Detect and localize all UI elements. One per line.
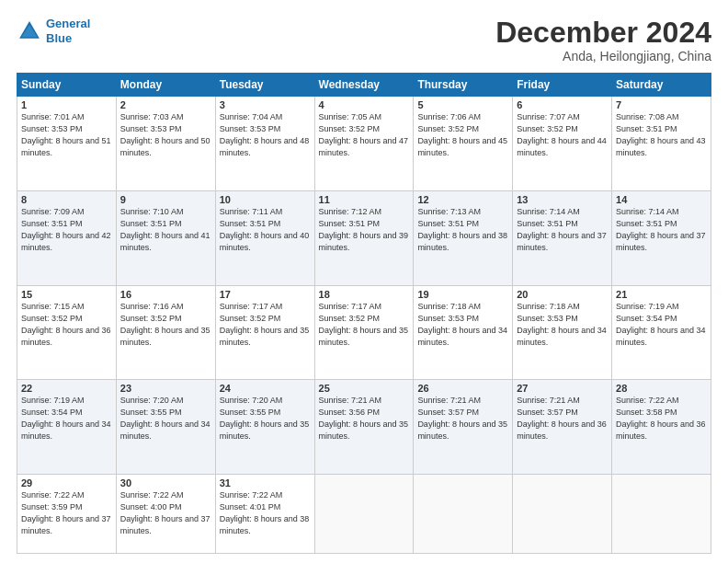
day-number: 19 xyxy=(417,289,508,300)
sunrise-label: Sunrise: 7:22 AM xyxy=(220,490,283,500)
col-monday: Monday xyxy=(116,74,215,97)
daylight-label: Daylight: 8 hours and 35 minutes. xyxy=(319,419,409,441)
day-info: Sunrise: 7:17 AM Sunset: 3:52 PM Dayligh… xyxy=(220,301,311,349)
day-number: 18 xyxy=(319,289,410,300)
sunset-label: Sunset: 3:51 PM xyxy=(616,124,677,133)
calendar-cell: 13 Sunrise: 7:14 AM Sunset: 3:51 PM Dayl… xyxy=(513,190,612,285)
day-info: Sunrise: 7:03 AM Sunset: 3:53 PM Dayligh… xyxy=(120,111,211,159)
day-number: 16 xyxy=(120,289,211,300)
calendar-cell: 31 Sunrise: 7:22 AM Sunset: 4:01 PM Dayl… xyxy=(215,474,314,553)
day-number: 30 xyxy=(120,477,211,488)
day-number: 2 xyxy=(120,99,211,110)
sunrise-label: Sunrise: 7:17 AM xyxy=(220,302,283,311)
day-info: Sunrise: 7:22 AM Sunset: 3:58 PM Dayligh… xyxy=(616,395,707,442)
day-number: 8 xyxy=(21,194,112,205)
daylight-label: Daylight: 8 hours and 34 minutes. xyxy=(517,326,607,347)
calendar-cell: 22 Sunrise: 7:19 AM Sunset: 3:54 PM Dayl… xyxy=(17,380,117,475)
calendar-cell: 4 Sunrise: 7:05 AM Sunset: 3:52 PM Dayli… xyxy=(314,97,414,191)
location: Anda, Heilongjiang, China xyxy=(495,49,711,63)
day-number: 4 xyxy=(319,99,410,110)
col-saturday: Saturday xyxy=(612,74,711,97)
day-number: 20 xyxy=(517,289,608,300)
daylight-label: Daylight: 8 hours and 44 minutes. xyxy=(517,136,607,157)
day-info: Sunrise: 7:21 AM Sunset: 3:56 PM Dayligh… xyxy=(319,395,410,442)
sunset-label: Sunset: 3:51 PM xyxy=(220,219,281,228)
day-info: Sunrise: 7:16 AM Sunset: 3:52 PM Dayligh… xyxy=(120,301,211,349)
daylight-label: Daylight: 8 hours and 51 minutes. xyxy=(21,136,111,157)
sunrise-label: Sunrise: 7:09 AM xyxy=(21,207,85,216)
sunrise-label: Sunrise: 7:21 AM xyxy=(517,396,580,405)
sunrise-label: Sunrise: 7:16 AM xyxy=(120,302,184,311)
calendar-cell: 20 Sunrise: 7:18 AM Sunset: 3:53 PM Dayl… xyxy=(513,285,612,380)
sunrise-label: Sunrise: 7:05 AM xyxy=(319,112,382,121)
sunset-label: Sunset: 3:51 PM xyxy=(120,219,182,228)
daylight-label: Daylight: 8 hours and 35 minutes. xyxy=(417,419,507,441)
col-thursday: Thursday xyxy=(414,74,513,97)
col-friday: Friday xyxy=(513,74,612,97)
col-sunday: Sunday xyxy=(17,74,117,97)
sunset-label: Sunset: 4:00 PM xyxy=(120,502,182,511)
sunset-label: Sunset: 3:51 PM xyxy=(517,219,578,228)
calendar-week-0: 1 Sunrise: 7:01 AM Sunset: 3:53 PM Dayli… xyxy=(17,97,711,191)
sunrise-label: Sunrise: 7:20 AM xyxy=(220,396,283,405)
sunrise-label: Sunrise: 7:19 AM xyxy=(616,302,679,311)
calendar-cell: 23 Sunrise: 7:20 AM Sunset: 3:55 PM Dayl… xyxy=(116,380,215,475)
calendar-cell: 19 Sunrise: 7:18 AM Sunset: 3:53 PM Dayl… xyxy=(414,285,513,380)
calendar-week-2: 15 Sunrise: 7:15 AM Sunset: 3:52 PM Dayl… xyxy=(17,285,711,380)
day-number: 6 xyxy=(517,99,608,110)
day-info: Sunrise: 7:20 AM Sunset: 3:55 PM Dayligh… xyxy=(220,395,311,442)
page: General Blue December 2024 Anda, Heilong… xyxy=(0,0,728,563)
sunset-label: Sunset: 3:53 PM xyxy=(220,124,281,133)
sunset-label: Sunset: 3:53 PM xyxy=(417,314,479,323)
calendar-cell: 1 Sunrise: 7:01 AM Sunset: 3:53 PM Dayli… xyxy=(17,97,117,191)
daylight-label: Daylight: 8 hours and 36 minutes. xyxy=(517,419,607,441)
day-number: 3 xyxy=(220,99,311,110)
day-number: 22 xyxy=(21,383,112,394)
calendar-cell: 6 Sunrise: 7:07 AM Sunset: 3:52 PM Dayli… xyxy=(513,97,612,191)
header: General Blue December 2024 Anda, Heilong… xyxy=(17,17,711,63)
sunrise-label: Sunrise: 7:19 AM xyxy=(21,396,85,405)
title-block: December 2024 Anda, Heilongjiang, China xyxy=(495,17,711,63)
day-number: 5 xyxy=(417,99,508,110)
sunrise-label: Sunrise: 7:21 AM xyxy=(319,396,382,405)
calendar-cell: 24 Sunrise: 7:20 AM Sunset: 3:55 PM Dayl… xyxy=(215,380,314,475)
sunrise-label: Sunrise: 7:06 AM xyxy=(417,112,481,121)
sunrise-label: Sunrise: 7:13 AM xyxy=(417,207,481,216)
day-info: Sunrise: 7:13 AM Sunset: 3:51 PM Dayligh… xyxy=(417,206,508,254)
day-info: Sunrise: 7:09 AM Sunset: 3:51 PM Dayligh… xyxy=(21,206,112,254)
day-number: 24 xyxy=(220,383,311,394)
daylight-label: Daylight: 8 hours and 35 minutes. xyxy=(220,419,310,441)
calendar-cell: 8 Sunrise: 7:09 AM Sunset: 3:51 PM Dayli… xyxy=(17,190,117,285)
sunset-label: Sunset: 3:58 PM xyxy=(616,408,677,417)
day-info: Sunrise: 7:12 AM Sunset: 3:51 PM Dayligh… xyxy=(319,206,410,254)
sunset-label: Sunset: 3:54 PM xyxy=(616,314,677,323)
sunset-label: Sunset: 4:01 PM xyxy=(220,502,281,511)
day-info: Sunrise: 7:17 AM Sunset: 3:52 PM Dayligh… xyxy=(319,301,410,349)
calendar-week-4: 29 Sunrise: 7:22 AM Sunset: 3:59 PM Dayl… xyxy=(17,474,711,553)
sunset-label: Sunset: 3:53 PM xyxy=(120,124,182,133)
day-info: Sunrise: 7:14 AM Sunset: 3:51 PM Dayligh… xyxy=(616,206,707,254)
calendar-cell: 28 Sunrise: 7:22 AM Sunset: 3:58 PM Dayl… xyxy=(612,380,711,475)
calendar-cell: 10 Sunrise: 7:11 AM Sunset: 3:51 PM Dayl… xyxy=(215,190,314,285)
month-title: December 2024 xyxy=(495,17,711,49)
calendar-cell: 14 Sunrise: 7:14 AM Sunset: 3:51 PM Dayl… xyxy=(612,190,711,285)
day-info: Sunrise: 7:19 AM Sunset: 3:54 PM Dayligh… xyxy=(21,395,112,442)
sunrise-label: Sunrise: 7:08 AM xyxy=(616,112,679,121)
day-number: 14 xyxy=(616,194,707,205)
day-info: Sunrise: 7:14 AM Sunset: 3:51 PM Dayligh… xyxy=(517,206,608,254)
sunrise-label: Sunrise: 7:14 AM xyxy=(616,207,679,216)
sunrise-label: Sunrise: 7:22 AM xyxy=(120,490,184,500)
header-row: Sunday Monday Tuesday Wednesday Thursday… xyxy=(17,74,711,97)
sunrise-label: Sunrise: 7:10 AM xyxy=(120,207,184,216)
day-info: Sunrise: 7:22 AM Sunset: 4:00 PM Dayligh… xyxy=(120,489,211,537)
sunrise-label: Sunrise: 7:21 AM xyxy=(417,396,481,405)
sunrise-label: Sunrise: 7:22 AM xyxy=(616,396,679,405)
logo-line1: General xyxy=(46,17,90,30)
day-info: Sunrise: 7:11 AM Sunset: 3:51 PM Dayligh… xyxy=(220,206,311,254)
day-info: Sunrise: 7:19 AM Sunset: 3:54 PM Dayligh… xyxy=(616,301,707,349)
sunrise-label: Sunrise: 7:07 AM xyxy=(517,112,580,121)
day-info: Sunrise: 7:15 AM Sunset: 3:52 PM Dayligh… xyxy=(21,301,112,349)
day-number: 28 xyxy=(616,383,707,394)
sunrise-label: Sunrise: 7:18 AM xyxy=(517,302,580,311)
daylight-label: Daylight: 8 hours and 34 minutes. xyxy=(21,419,111,441)
